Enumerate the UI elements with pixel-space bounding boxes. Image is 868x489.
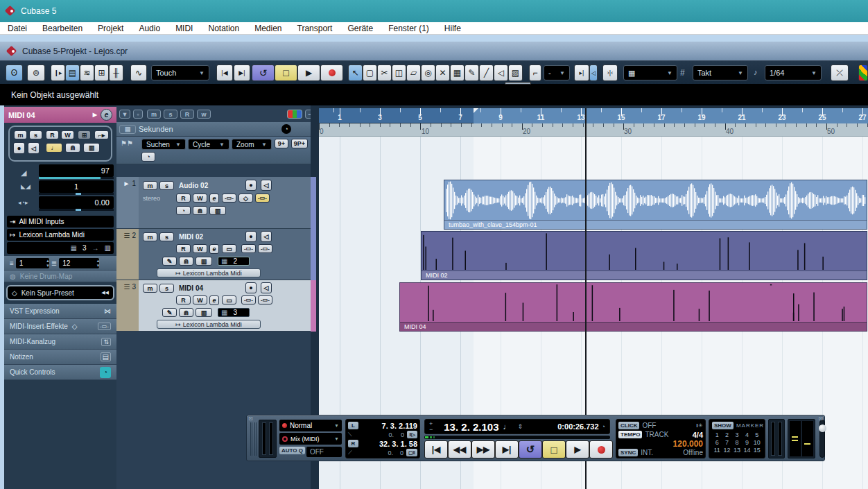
master-fader[interactable] bbox=[819, 420, 825, 458]
input-routing-field[interactable]: ⇥All MIDI Inputs bbox=[7, 216, 114, 228]
marker-track-row[interactable]: ⚑⚑ Suchen▼ Cycle▼ Zoom▼ 9+ 9P+ ◔ bbox=[116, 137, 311, 164]
postroll-value[interactable]: 0. 0 bbox=[388, 449, 403, 456]
track2-read-button[interactable]: R bbox=[176, 244, 191, 253]
inspector-mute-button[interactable]: m bbox=[14, 130, 27, 139]
program-spinner[interactable]: ▴▾ bbox=[97, 258, 100, 268]
edit-channel-button[interactable]: e bbox=[101, 109, 112, 121]
track3-output-button[interactable]: ↦Lexicon Lambda Midi bbox=[157, 320, 261, 329]
track3-record-arm[interactable]: ● bbox=[245, 282, 257, 293]
audio-event[interactable]: tumbao_with_clave_154bpm-01 bbox=[444, 180, 867, 230]
track2-monitor[interactable]: ◁ bbox=[261, 231, 272, 242]
menu-bearbeiten[interactable]: Bearbeiten bbox=[35, 24, 90, 33]
marker-button[interactable]: 9 bbox=[742, 439, 752, 446]
goto-prev-marker-button[interactable]: |◀ bbox=[216, 65, 233, 81]
goto-next-marker-button[interactable]: ▶| bbox=[234, 65, 250, 81]
marker-button[interactable]: 5 bbox=[752, 431, 762, 438]
track3-solo-button[interactable]: s bbox=[159, 284, 174, 293]
transport-panel[interactable]: ⊡ Normal▼ Mix (MIDI)▼ AUTO Q OFF L7. 3. … bbox=[246, 415, 825, 461]
track1-eq-bypass[interactable]: ◇ bbox=[238, 194, 253, 203]
track1-sends-bypass[interactable]: -▭- bbox=[255, 194, 270, 203]
section-quick-controls[interactable]: Quick Controls◔ bbox=[4, 365, 116, 380]
marker-button[interactable]: 10 bbox=[752, 439, 762, 446]
track-preset-field[interactable]: ◇ Kein Spur-Preset ◀◀ bbox=[6, 285, 114, 300]
marker-clock-button[interactable]: ◔ bbox=[141, 152, 155, 162]
global-read-button[interactable]: R bbox=[180, 110, 194, 119]
menu-datei[interactable]: Datei bbox=[0, 24, 35, 33]
tracklist-widen-button[interactable]: ▫ bbox=[133, 110, 143, 119]
midi02-event[interactable]: MIDI 02 bbox=[421, 231, 867, 280]
timewarp-tool[interactable]: ▦ bbox=[450, 65, 465, 81]
menu-fenster[interactable]: Fenster (1) bbox=[381, 24, 437, 33]
marker-button[interactable]: 2 bbox=[722, 431, 731, 438]
line-tool[interactable]: ╱ bbox=[479, 65, 494, 81]
bar-ruler[interactable]: 1 3 5 7 9 11 13 15 17 19 21 23 25 27 bbox=[319, 108, 868, 123]
show-overview-button[interactable]: ≋ bbox=[80, 65, 94, 81]
track3-channel-field[interactable]: ▦3 bbox=[218, 308, 250, 317]
delay-slider[interactable] bbox=[39, 209, 114, 211]
section-notizen[interactable]: Notizen▤ bbox=[4, 350, 116, 365]
menu-notation[interactable]: Notation bbox=[200, 24, 247, 33]
mute-tool[interactable]: ✕ bbox=[435, 65, 450, 81]
output-routing-field[interactable]: ↦Lexicon Lambda Midi bbox=[7, 229, 114, 241]
track2-solo-button[interactable]: s bbox=[159, 232, 174, 241]
ruler-track-row[interactable]: ▤ Sekunden ◔ bbox=[116, 122, 311, 137]
song-progress-bar[interactable] bbox=[424, 436, 610, 439]
position-value[interactable]: 13. 2. 2.103 bbox=[444, 421, 498, 433]
right-locator-value[interactable]: 32. 3. 1. 58 bbox=[379, 440, 417, 448]
show-inspector-button[interactable]: ❙▸ bbox=[51, 65, 65, 81]
marker-button[interactable]: 7 bbox=[722, 439, 731, 446]
time-signature-value[interactable]: 4/4 bbox=[693, 431, 703, 439]
autoscroll-suspend-button[interactable]: ◁ bbox=[589, 65, 598, 81]
marker-button[interactable]: 1 bbox=[712, 431, 722, 438]
autoscroll-button[interactable]: ▸| bbox=[574, 65, 589, 81]
track1-number-column[interactable]: ►1 bbox=[116, 177, 139, 228]
automation-mode-dropdown[interactable]: Touch▼ bbox=[151, 65, 209, 80]
track2-channel-field[interactable]: ▦2 bbox=[218, 257, 250, 266]
punch-in-button[interactable]: ‖▷ bbox=[407, 431, 417, 438]
snap-type-dropdown[interactable]: ▦▼ bbox=[623, 65, 677, 80]
track2-edit-button[interactable]: e bbox=[209, 244, 219, 254]
automation-panel-button[interactable]: ∿ bbox=[130, 65, 147, 81]
transport-forward-button[interactable]: ▶▶ bbox=[471, 440, 495, 458]
track3-write-button[interactable]: W bbox=[193, 295, 207, 304]
track3-number-column[interactable]: ☰3 bbox=[116, 280, 139, 331]
crossfade-button[interactable]: ⤫ bbox=[831, 65, 849, 81]
cycle-record-mode-dropdown[interactable]: Mix (MIDI)▼ bbox=[279, 433, 342, 445]
zoom-tool[interactable]: ◎ bbox=[421, 65, 435, 81]
menu-geraete[interactable]: Geräte bbox=[340, 24, 381, 33]
seconds-ruler[interactable]: 0 10 20 30 40 50 bbox=[319, 123, 868, 137]
track3-drummap-button[interactable]: ▭ bbox=[222, 295, 236, 304]
delay-field[interactable]: 0.00 bbox=[39, 196, 114, 209]
menu-midi[interactable]: MIDI bbox=[168, 24, 200, 33]
nudge-value-dropdown[interactable]: -▼ bbox=[544, 65, 570, 80]
marker-locate-dropdown[interactable]: Suchen▼ bbox=[141, 139, 186, 150]
marker-button[interactable]: 6 bbox=[712, 439, 722, 446]
tracklist-expand-button[interactable]: ▼ bbox=[119, 110, 130, 119]
inspector-track-header[interactable]: MIDI 04 ▶ e bbox=[4, 107, 116, 123]
track1-lock[interactable]: ⋒ bbox=[193, 206, 207, 215]
pan-slider[interactable] bbox=[39, 193, 114, 195]
color-tool[interactable]: ▨ bbox=[508, 65, 523, 81]
track2-inserts-bypass[interactable]: -▭- bbox=[241, 244, 256, 253]
nudge-palette-button[interactable]: ⌐ bbox=[529, 65, 541, 81]
track2-record-arm[interactable]: ● bbox=[245, 231, 257, 242]
click-button[interactable]: CLICK bbox=[618, 422, 639, 429]
updown-arrows-icon[interactable]: ⇕ bbox=[518, 423, 523, 430]
constrain-delay-button[interactable]: ⊚ bbox=[27, 65, 45, 81]
drum-map-row[interactable]: ◍ Keine Drum-Map bbox=[4, 271, 116, 282]
split-tool[interactable]: ✂ bbox=[377, 65, 392, 81]
track3-mute-button[interactable]: m bbox=[143, 284, 157, 293]
track3-inserts-bypass[interactable]: -▭- bbox=[241, 295, 256, 304]
cycle-start-marker[interactable] bbox=[474, 108, 478, 113]
midi-channel-field[interactable]: ▦3→▥ bbox=[7, 242, 114, 254]
inspector-lanes-button[interactable]: ▥ bbox=[83, 143, 100, 153]
track3-sends-bypass[interactable]: -▭- bbox=[258, 295, 272, 304]
inspector-write-button[interactable]: W bbox=[61, 130, 74, 139]
track2-lock[interactable]: ⋒ bbox=[179, 257, 193, 266]
open-mixer-button[interactable]: ╫ bbox=[109, 65, 123, 81]
track3-edit-button[interactable]: e bbox=[209, 295, 219, 305]
transport-to-start-button[interactable]: |◀ bbox=[424, 440, 448, 458]
track1-record-arm[interactable]: ● bbox=[245, 180, 257, 191]
time-value[interactable]: 0:00:26.732 bbox=[557, 422, 598, 431]
marker-button[interactable]: 13 bbox=[732, 447, 742, 454]
